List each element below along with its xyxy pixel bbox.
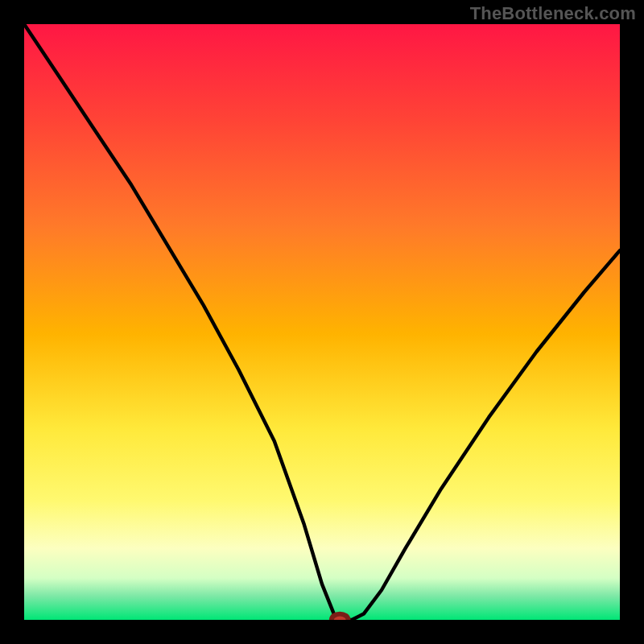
plot-svg (24, 24, 620, 620)
chart-frame: TheBottleneck.com (0, 0, 644, 644)
optimal-point-marker (332, 614, 349, 620)
plot-background (24, 24, 620, 620)
bottleneck-plot (24, 24, 620, 620)
watermark-text: TheBottleneck.com (470, 3, 636, 24)
